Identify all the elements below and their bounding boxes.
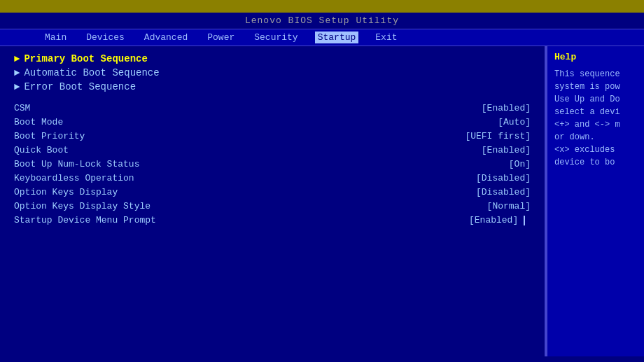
- setting-value: [Auto]: [498, 117, 531, 127]
- setting-row[interactable]: Boot Priority[UEFI first]: [14, 130, 531, 142]
- setting-label: Startup Device Menu Prompt: [14, 215, 156, 225]
- setting-value: [Enabled]: [482, 145, 531, 155]
- menu-item-power[interactable]: Power: [204, 32, 237, 43]
- setting-row[interactable]: CSM[Enabled]: [14, 102, 531, 114]
- setting-row[interactable]: Option Keys Display Style[Normal]: [14, 200, 531, 212]
- help-panel: Help This sequencesystem is powUse Up an…: [546, 46, 644, 356]
- setting-value: [On]: [509, 159, 531, 169]
- setting-label: Option Keys Display Style: [14, 201, 150, 211]
- left-panel: ► Primary Boot Sequence ► Automatic Boot…: [0, 46, 546, 356]
- top-bar: [0, 0, 644, 13]
- help-title: Help: [554, 52, 637, 62]
- help-line: system is pow: [554, 81, 637, 93]
- menu-item-exit[interactable]: Exit: [372, 32, 400, 43]
- arrow-icon: ►: [14, 81, 20, 92]
- menu-bar: MainDevicesAdvancedPowerSecurityStartupE…: [0, 29, 644, 46]
- setting-label: Boot Priority: [14, 131, 85, 141]
- setting-row[interactable]: Boot Up Num-Lock Status[On]: [14, 158, 531, 170]
- setting-label: Option Keys Display: [14, 187, 118, 197]
- cursor-icon: [524, 216, 531, 225]
- setting-value: [Enabled]: [482, 103, 531, 113]
- setting-row[interactable]: Keyboardless Operation[Disabled]: [14, 172, 531, 184]
- help-line: This sequence: [554, 68, 637, 81]
- help-line: <x> excludes: [554, 144, 637, 156]
- help-line: Use Up and Do: [554, 93, 637, 106]
- title-bar: Lenovo BIOS Setup Utility: [0, 13, 644, 29]
- setting-row[interactable]: Boot Mode[Auto]: [14, 116, 531, 128]
- app-title: Lenovo BIOS Setup Utility: [245, 15, 399, 26]
- setting-label: Boot Mode: [14, 117, 63, 127]
- setting-row[interactable]: Quick Boot[Enabled]: [14, 144, 531, 156]
- menu-item-devices[interactable]: Devices: [83, 32, 127, 43]
- help-line: select a devi: [554, 106, 637, 118]
- setting-label: Boot Up Num-Lock Status: [14, 159, 139, 169]
- menu-item-advanced[interactable]: Advanced: [141, 32, 190, 43]
- help-text: This sequencesystem is powUse Up and Dos…: [554, 68, 637, 169]
- main-content: ► Primary Boot Sequence ► Automatic Boot…: [0, 46, 644, 356]
- help-line: or down.: [554, 131, 637, 144]
- help-line: device to bo: [554, 156, 637, 169]
- settings-list: CSM[Enabled]Boot Mode[Auto]Boot Priority…: [14, 102, 531, 226]
- menu-item-startup[interactable]: Startup: [315, 32, 359, 43]
- error-boot-sequence[interactable]: ► Error Boot Sequence: [14, 81, 531, 92]
- setting-value: [Disabled]: [476, 187, 531, 197]
- setting-value: [Enabled]: [469, 215, 531, 225]
- automatic-boot-sequence[interactable]: ► Automatic Boot Sequence: [14, 67, 531, 78]
- arrow-icon: ►: [14, 67, 20, 78]
- setting-value: [UEFI first]: [465, 131, 531, 141]
- setting-label: CSM: [14, 103, 30, 113]
- setting-value: [Normal]: [487, 201, 531, 211]
- arrow-icon: ►: [14, 53, 20, 64]
- menu-item-main[interactable]: Main: [42, 32, 69, 43]
- help-line: <+> and <-> m: [554, 118, 637, 131]
- setting-label: Quick Boot: [14, 145, 69, 155]
- setting-label: Keyboardless Operation: [14, 173, 134, 183]
- setting-row[interactable]: Option Keys Display[Disabled]: [14, 186, 531, 198]
- setting-value: [Disabled]: [476, 173, 531, 183]
- setting-row[interactable]: Startup Device Menu Prompt[Enabled]: [14, 214, 531, 226]
- primary-boot-label: Primary Boot Sequence: [24, 53, 147, 64]
- menu-item-security[interactable]: Security: [251, 32, 300, 43]
- primary-boot-sequence[interactable]: ► Primary Boot Sequence: [14, 53, 531, 64]
- automatic-boot-label: Automatic Boot Sequence: [24, 67, 159, 78]
- error-boot-label: Error Boot Sequence: [24, 81, 136, 92]
